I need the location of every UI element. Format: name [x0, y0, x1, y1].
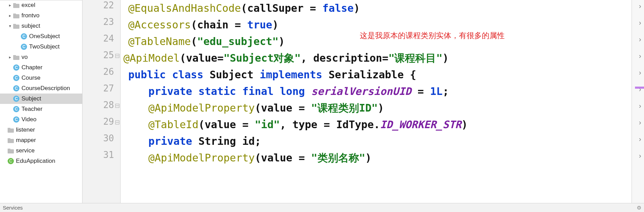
- tree-label: subject: [21, 23, 40, 29]
- editor-marker-strip[interactable]: › › › › › › › › › ›: [632, 0, 644, 212]
- punct: ): [279, 33, 285, 50]
- string-literal: "类别名称": [311, 150, 365, 166]
- editor-gutter[interactable]: 22 23 24 25 ⊟ 26 27 28 ⊟ 29 ⊟ 30 31: [82, 0, 121, 212]
- fold-icon[interactable]: ⊟: [115, 102, 120, 109]
- tree-class-twosubject[interactable]: C TwoSubject: [0, 42, 82, 52]
- chevron-right-icon[interactable]: ›: [639, 152, 641, 160]
- chevron-right-icon[interactable]: ›: [639, 69, 641, 77]
- chevron-right-icon[interactable]: ›: [639, 52, 641, 60]
- string-literal: "课程科目": [388, 50, 442, 67]
- chevron-right-icon[interactable]: ›: [639, 102, 641, 110]
- folder-icon: [8, 147, 14, 154]
- punct: ,: [280, 116, 292, 133]
- class-icon: C: [21, 33, 27, 39]
- punct: ): [461, 116, 468, 133]
- tree-folder-vo[interactable]: ▸ vo: [0, 52, 82, 62]
- tree-folder-subject[interactable]: ▾ subject: [0, 21, 82, 31]
- punct: =: [304, 0, 322, 17]
- punct: ): [354, 0, 360, 17]
- tree-class-chapter[interactable]: ▸ C Chapter: [0, 62, 82, 73]
- punct: =: [382, 50, 388, 67]
- punct: =: [292, 150, 311, 166]
- code-line[interactable]: @EqualsAndHashCode ( callSuper = false ): [128, 0, 360, 17]
- code-line[interactable]: @TableId ( value = "id" , type = IdType.…: [148, 116, 468, 133]
- tree-folder-mapper[interactable]: ▸ mapper: [0, 135, 82, 145]
- class-icon: C: [13, 75, 19, 81]
- code-line[interactable]: @Accessors ( chain = true ): [128, 17, 279, 33]
- tree-folder-excel[interactable]: ▸ excel: [0, 0, 82, 10]
- gear-icon[interactable]: ⚙: [637, 205, 641, 211]
- svg-rect-11: [8, 138, 10, 140]
- chevron-right-icon[interactable]: ›: [639, 135, 641, 143]
- number: 1L: [430, 83, 443, 100]
- chevron-right-icon[interactable]: ›: [639, 19, 641, 27]
- tree-class-teacher[interactable]: ▸ C Teacher: [0, 104, 82, 114]
- svg-rect-13: [8, 149, 10, 150]
- identifier: Serializable: [329, 67, 404, 83]
- tree-app-eduapplication[interactable]: ▸ C EduApplication: [0, 156, 82, 166]
- tree-class-video[interactable]: ▸ C Video: [0, 114, 82, 125]
- svg-rect-1: [13, 3, 16, 5]
- chevron-right-icon[interactable]: ›: [639, 2, 641, 10]
- tree-label: OneSubject: [29, 33, 60, 40]
- keyword: final: [242, 83, 273, 100]
- fold-end-icon[interactable]: ⊟: [115, 118, 120, 126]
- folder-icon: [13, 23, 19, 29]
- line-number: 27: [76, 83, 114, 94]
- code-editor[interactable]: @EqualsAndHashCode ( callSuper = false )…: [121, 0, 632, 212]
- tree-label: Course: [21, 74, 41, 81]
- punct: ): [365, 150, 372, 166]
- tree-label: vo: [21, 54, 28, 61]
- tree-folder-listener[interactable]: ▸ listener: [0, 125, 82, 135]
- identifier: callSuper: [247, 0, 304, 17]
- fold-start-icon[interactable]: ⊟: [115, 52, 120, 60]
- tree-label: service: [16, 147, 35, 154]
- marker-bar[interactable]: [635, 87, 644, 89]
- string-literal: "Subject对象": [224, 50, 301, 67]
- tree-folder-service[interactable]: ▸ service: [0, 145, 82, 156]
- chevron-right-icon: ▸: [8, 13, 12, 18]
- annotation: @ApiModelProperty: [148, 100, 255, 116]
- annotation: @Accessors: [128, 17, 191, 33]
- punct: ;: [443, 83, 449, 100]
- code-line[interactable]: @TableName ( "edu_subject" ): [128, 33, 285, 50]
- enum-constant: ID_WORKER_STR: [380, 116, 461, 133]
- code-line[interactable]: private static final long serialVersionU…: [148, 83, 449, 100]
- annotation: @TableId: [148, 116, 199, 133]
- identifier: description: [313, 50, 382, 67]
- punct: =: [411, 83, 430, 100]
- code-line[interactable]: private String id ;: [148, 133, 261, 150]
- punct: (: [199, 116, 205, 133]
- svg-rect-9: [8, 128, 10, 129]
- code-line[interactable]: @ApiModelProperty ( value = "类别名称" ): [148, 150, 372, 166]
- punct: (: [191, 17, 197, 33]
- bottom-toolwindow-bar[interactable]: Services ⚙: [0, 203, 644, 212]
- string-literal: "edu_subject": [197, 33, 279, 50]
- tree-label: Chapter: [21, 64, 42, 71]
- line-number: 25: [76, 50, 114, 60]
- annotation: @TableName: [128, 33, 191, 50]
- code-line[interactable]: @ApiModel ( value = "Subject对象" , descri…: [123, 50, 449, 67]
- identifier: IdType.: [336, 116, 380, 133]
- chevron-right-icon[interactable]: ›: [639, 118, 641, 126]
- tree-folder-frontvo[interactable]: ▸ frontvo: [0, 10, 82, 21]
- code-line[interactable]: public class Subject implements Serializ…: [128, 67, 416, 83]
- code-line[interactable]: @ApiModelProperty ( value = "课程类别ID" ): [148, 100, 384, 116]
- tree-class-subject[interactable]: ▸ C Subject: [0, 94, 82, 104]
- line-number: 29: [76, 116, 114, 127]
- class-icon: C: [13, 106, 19, 112]
- chevron-right-icon[interactable]: ›: [639, 35, 641, 43]
- punct: (: [241, 0, 247, 17]
- tree-class-coursedescription[interactable]: ▸ C CourseDescription: [0, 83, 82, 94]
- spring-app-icon: C: [8, 158, 14, 164]
- svg-rect-7: [13, 55, 16, 56]
- folder-icon: [13, 54, 19, 61]
- project-tree[interactable]: ▸ excel ▸ frontvo ▾ subject C OneSubject…: [0, 0, 82, 212]
- punct: (: [255, 100, 261, 116]
- tree-class-onesubject[interactable]: C OneSubject: [0, 31, 82, 42]
- keyword: private: [148, 133, 192, 150]
- punct: ): [378, 100, 384, 116]
- toolwindow-services-label[interactable]: Services: [3, 205, 23, 211]
- chevron-right-icon: ▸: [8, 3, 12, 8]
- tree-class-course[interactable]: ▸ C Course: [0, 73, 82, 83]
